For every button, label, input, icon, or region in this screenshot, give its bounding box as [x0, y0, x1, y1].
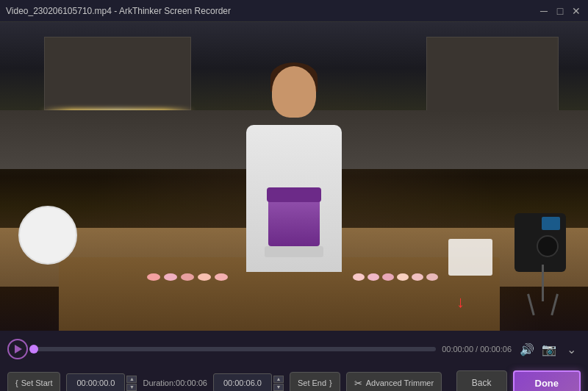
- set-end-button[interactable]: Set End }: [290, 372, 340, 391]
- controls-panel: 00:00:00 / 00:00:06 🔊 📷 ⌄ { Set Start ▲ …: [0, 331, 588, 391]
- time-display: 00:00:00 / 00:00:06: [442, 345, 512, 354]
- trim-controls: { Set Start ▲ ▼ Duration:00:00:06 ▲ ▼ Se…: [0, 366, 588, 391]
- chevron-button[interactable]: ⌄: [562, 340, 581, 359]
- timeline-scrubber[interactable]: [34, 347, 436, 351]
- close-button[interactable]: ✕: [570, 5, 582, 17]
- media-controls: 🔊 📷 ⌄: [517, 340, 581, 359]
- advanced-label: Advanced Trimmer: [366, 379, 434, 387]
- set-end-label: Set End: [298, 379, 326, 387]
- screenshot-button[interactable]: 📷: [539, 340, 559, 359]
- end-time-up[interactable]: ▲: [273, 376, 284, 383]
- camera-prop: [507, 198, 566, 272]
- window-title: Video_230206105710.mp4 - ArkThinker Scre…: [6, 6, 231, 16]
- minimize-button[interactable]: ─: [538, 5, 550, 17]
- advanced-trimmer-button[interactable]: ✂ Advanced Trimmer: [346, 372, 442, 391]
- back-button[interactable]: Back: [456, 370, 507, 391]
- bracket-start-icon: {: [15, 379, 18, 387]
- video-frame: [0, 22, 588, 331]
- set-start-label: Set Start: [21, 379, 53, 387]
- start-time-spinners: ▲ ▼: [126, 376, 137, 391]
- done-button[interactable]: Done: [513, 370, 581, 391]
- bracket-end-icon: }: [329, 379, 332, 387]
- title-bar: Video_230206105710.mp4 - ArkThinker Scre…: [0, 0, 588, 22]
- end-time-spinners: ▲ ▼: [273, 376, 284, 391]
- playback-controls: 00:00:00 / 00:00:06 🔊 📷 ⌄: [0, 331, 588, 366]
- end-time-group: ▲ ▼: [213, 373, 284, 391]
- set-start-button[interactable]: { Set Start: [7, 372, 60, 391]
- maximize-button[interactable]: □: [554, 5, 566, 17]
- start-time-down[interactable]: ▼: [126, 384, 137, 391]
- start-time-group: ▲ ▼: [66, 373, 137, 391]
- play-button[interactable]: [7, 339, 28, 359]
- video-player: [0, 22, 588, 331]
- end-time-down[interactable]: ▼: [273, 384, 284, 391]
- play-icon: [15, 345, 22, 354]
- progress-handle[interactable]: [29, 345, 38, 354]
- start-time-up[interactable]: ▲: [126, 376, 137, 383]
- scissors-icon: ✂: [354, 378, 362, 389]
- window-controls: ─ □ ✕: [538, 5, 582, 17]
- duration-label: Duration:00:00:06: [143, 379, 207, 387]
- volume-button[interactable]: 🔊: [517, 340, 537, 359]
- start-time-input[interactable]: [66, 373, 125, 391]
- end-time-input[interactable]: [213, 373, 272, 391]
